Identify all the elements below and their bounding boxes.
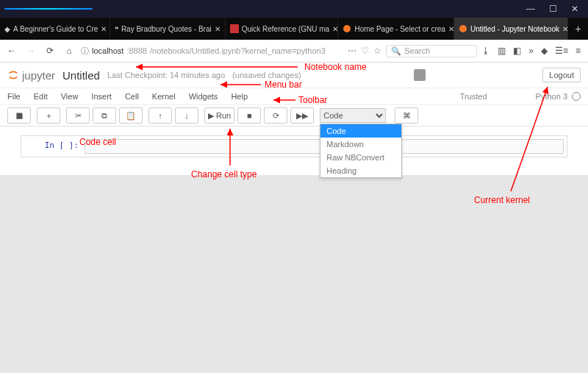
move-up-button[interactable]: ↑: [148, 107, 172, 124]
menu-file[interactable]: File: [7, 92, 21, 101]
kernel-name[interactable]: Python 3: [536, 92, 567, 101]
jupyter-logo-text: jupyter: [22, 69, 55, 82]
run-button[interactable]: ▶ Run: [204, 107, 234, 124]
tab-label: Quick Reference (GNU ma: [242, 25, 329, 33]
url-host: localhost: [92, 46, 123, 55]
cell-type-dropdown: Code Markdown Raw NBConvert Heading: [320, 124, 402, 178]
menu-widgets[interactable]: Widgets: [189, 92, 218, 101]
svg-rect-0: [230, 24, 239, 33]
menu-cell[interactable]: Cell: [125, 92, 139, 101]
browser-tab-1[interactable]: ❝ Ray Bradbury Quotes - Brai ✕: [110, 18, 226, 40]
close-window-button[interactable]: ✕: [566, 4, 584, 14]
bookmark-empty-icon[interactable]: ♡: [361, 46, 369, 56]
move-down-button[interactable]: ↓: [175, 107, 198, 124]
tab-label: A Beginner's Guide to Cre: [13, 25, 98, 33]
svg-point-2: [459, 25, 467, 32]
minimize-button[interactable]: —: [522, 4, 539, 14]
search-placeholder: Search: [404, 46, 430, 55]
add-cell-button[interactable]: ＋: [37, 107, 60, 124]
jupyter-header: jupyter Untitled Last Checkpoint: 14 min…: [0, 63, 588, 88]
url-bar[interactable]: ⓘ localhost:8888/notebooks/Untitled.ipyn…: [81, 46, 343, 57]
extension-icon[interactable]: ◆: [541, 46, 548, 56]
menu-kernel[interactable]: Kernel: [152, 92, 176, 101]
kernel-logo-icon: [414, 69, 426, 81]
info-icon: ⓘ: [81, 46, 89, 57]
cell-prompt: In [ ]:: [21, 136, 85, 157]
url-path: /notebooks/Untitled.ipynb?kernel_name=py…: [150, 46, 326, 55]
save-button[interactable]: [7, 107, 31, 124]
interrupt-button[interactable]: ■: [237, 107, 261, 124]
back-button[interactable]: ←: [4, 43, 19, 58]
notebook-title[interactable]: Untitled: [62, 69, 100, 82]
bookmark-star-icon[interactable]: ☆: [373, 46, 381, 56]
url-port: :8888: [126, 46, 147, 55]
cell-type-option-heading[interactable]: Heading: [320, 164, 401, 177]
browser-tab-3[interactable]: Home Page - Select or crea ✕: [338, 18, 453, 40]
menu-help[interactable]: Help: [231, 92, 248, 101]
favicon-diamond-icon: ◆: [4, 24, 10, 33]
browser-navbar: ← → ⟳ ⌂ ⓘ localhost:8888/notebooks/Untit…: [0, 40, 588, 63]
code-cell[interactable]: In [ ]:: [21, 135, 567, 157]
copy-button[interactable]: ⧉: [93, 107, 116, 124]
restart-button[interactable]: ⟳: [264, 107, 287, 124]
firefox-accent: [4, 8, 93, 10]
tab-close-icon[interactable]: ✕: [562, 25, 568, 33]
browser-tab-4[interactable]: Untitled - Jupyter Notebook ✕: [454, 18, 568, 40]
tab-close-icon[interactable]: ✕: [101, 25, 107, 33]
browser-search-box[interactable]: 🔍 Search: [386, 45, 477, 57]
reload-button[interactable]: ⟳: [43, 43, 57, 58]
favicon-jupyter-icon: [459, 24, 467, 33]
download-icon[interactable]: ⭳: [481, 46, 490, 56]
notebook-content: In [ ]:: [0, 127, 588, 175]
jupyter-logo-icon: [7, 69, 19, 81]
profile-icon[interactable]: ☰≡: [555, 46, 568, 56]
paste-button[interactable]: 📋: [119, 107, 143, 124]
favicon-jupyter-icon: [343, 24, 351, 33]
cut-button[interactable]: ✂: [66, 107, 90, 124]
cell-type-option-code[interactable]: Code: [320, 124, 401, 138]
jupyter-logo[interactable]: jupyter: [7, 69, 55, 82]
checkpoint-text: Last Checkpoint: 14 minutes ago: [107, 71, 225, 79]
sidebar-icon[interactable]: ◧: [513, 46, 521, 56]
tab-label: Untitled - Jupyter Notebook: [470, 25, 559, 33]
unsaved-text: (unsaved changes): [232, 71, 301, 79]
menu-edit[interactable]: Edit: [34, 92, 48, 101]
jupyter-menubar: File Edit View Insert Cell Kernel Widget…: [0, 88, 588, 105]
tab-label: Home Page - Select or crea: [354, 25, 445, 33]
favicon-quote-icon: ❝: [115, 24, 118, 33]
browser-tabstrip: ◆ A Beginner's Guide to Cre ✕ ❝ Ray Brad…: [0, 18, 588, 40]
tab-close-icon[interactable]: ✕: [448, 25, 454, 33]
restart-run-button[interactable]: ▶▶: [290, 107, 314, 124]
menu-icon[interactable]: ≡: [576, 46, 581, 56]
menu-insert[interactable]: Insert: [91, 92, 112, 101]
browser-tab-0[interactable]: ◆ A Beginner's Guide to Cre ✕: [0, 18, 110, 40]
cell-type-select-input[interactable]: Code: [320, 108, 386, 123]
browser-tab-2[interactable]: Quick Reference (GNU ma ✕: [226, 18, 339, 40]
cell-type-option-markdown[interactable]: Markdown: [320, 138, 401, 151]
jupyter-toolbar: ＋ ✂ ⧉ 📋 ↑ ↓ ▶ Run ■ ⟳ ▶▶ Code Code Markd…: [0, 105, 588, 127]
kernel-idle-icon: [572, 92, 581, 101]
overflow-icon[interactable]: »: [528, 46, 534, 56]
cell-type-option-raw[interactable]: Raw NBConvert: [320, 151, 401, 164]
window-titlebar: — ☐ ✕: [0, 0, 588, 18]
page-viewport: jupyter Untitled Last Checkpoint: 14 min…: [0, 63, 588, 373]
command-palette-button[interactable]: ⌘: [395, 107, 418, 124]
maximize-button[interactable]: ☐: [544, 4, 562, 14]
tab-label: Ray Bradbury Quotes - Brai: [121, 25, 212, 33]
forward-button[interactable]: →: [24, 43, 38, 58]
cell-type-select[interactable]: Code Code Markdown Raw NBConvert Heading: [320, 108, 386, 123]
logout-button[interactable]: Logout: [542, 68, 581, 82]
search-icon: 🔍: [391, 46, 401, 56]
new-tab-button[interactable]: +: [568, 18, 588, 40]
tab-close-icon[interactable]: ✕: [332, 25, 338, 33]
reader-icon[interactable]: ⋯: [348, 46, 356, 56]
home-button[interactable]: ⌂: [62, 43, 76, 58]
library-icon[interactable]: ▥: [498, 46, 506, 56]
trusted-label: Trusted: [460, 92, 487, 101]
favicon-gnu-icon: [230, 24, 239, 33]
svg-point-1: [343, 25, 351, 32]
tab-close-icon[interactable]: ✕: [215, 25, 220, 33]
menu-view[interactable]: View: [61, 92, 79, 101]
